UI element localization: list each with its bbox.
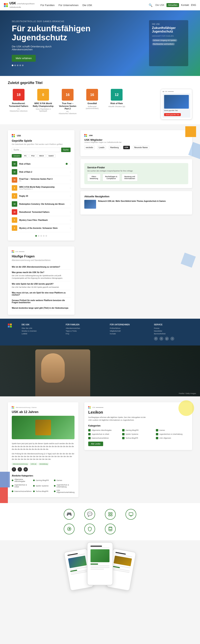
game-list-item-3[interactable]: 16 Final Fear – Verlorene Seelen Part 3 … xyxy=(12,176,71,184)
nav-kontakt[interactable]: Kontakt xyxy=(181,4,189,6)
cat-2[interactable]: Gaming Blog/PR xyxy=(33,478,52,482)
faq-item-2[interactable]: Was genau macht die USK für Sie? Die USK… xyxy=(12,270,71,281)
lcat-7[interactable]: Datenschutzverfahren xyxy=(88,437,121,439)
cat-5[interactable]: Spieler Systeme xyxy=(33,484,52,488)
page-1[interactable] xyxy=(35,235,37,237)
faq-item-6[interactable]: Warum kostenlos lange spiel gibt (Titel)… xyxy=(12,305,71,311)
game-list-item-4[interactable]: 0 WRC 8 FIA World Rally Championship Son… xyxy=(12,184,71,192)
cat-1[interactable]: Allgemeine Altersfreigabe xyxy=(12,478,32,482)
cat-4[interactable]: Jugendschutz & Arbeit xyxy=(12,484,32,488)
footer-link-4-2[interactable]: Newsletter xyxy=(154,330,192,332)
game-list-item-1[interactable]: 12 Risk of Rain › xyxy=(12,160,71,168)
footer-link-3-3[interactable]: Kontakt xyxy=(110,333,148,335)
footer-link-3-1[interactable]: Prüfverfahren xyxy=(110,327,148,329)
mobile-preview-btn[interactable]: Direkt geprüfte Titel xyxy=(164,113,181,116)
chat-icon[interactable]: 💬 xyxy=(84,509,95,520)
news-item-1[interactable]: Relaunch USK.de: Mehr Durchblick beim Th… xyxy=(84,200,188,209)
faq-item-1[interactable]: Wie ist die USK Alterskennzeichnung zu v… xyxy=(12,264,71,270)
lcat-5[interactable]: Spieler Systeme xyxy=(122,433,154,435)
nav-aktuelles[interactable]: Aktuelles xyxy=(166,3,179,7)
footer-link-1-1[interactable]: Über die USK xyxy=(22,327,60,329)
search-icon[interactable]: 🔍 xyxy=(149,3,152,7)
game-list-item-5[interactable]: 0 Rugby 20 › xyxy=(12,192,71,200)
cat-3[interactable]: Games xyxy=(54,478,75,482)
lcat-4[interactable]: Jugendschutz & Arbeit xyxy=(88,433,121,435)
page-3[interactable] xyxy=(40,235,42,237)
filter-switch[interactable]: Switch xyxy=(47,154,56,158)
search-input[interactable] xyxy=(12,148,60,152)
hero-dot-2[interactable] xyxy=(14,64,16,66)
footer-link-4-1[interactable]: Presse xyxy=(154,327,192,329)
hero-dot-4[interactable] xyxy=(20,64,21,66)
target-icon[interactable] xyxy=(105,509,116,520)
lexikon-more-button[interactable]: Alle Lexike xyxy=(88,442,103,446)
footer-link-1-2[interactable]: Struktur & Gremien xyxy=(22,330,60,332)
lcat-3[interactable]: Games xyxy=(156,429,188,432)
cat-8[interactable]: Techna Blog/PR xyxy=(33,489,52,493)
nav-usk[interactable]: Die USK xyxy=(82,4,92,7)
social-twitter[interactable]: t xyxy=(159,337,163,340)
coin-icon[interactable] xyxy=(64,524,75,534)
game-list-item-7[interactable]: 18 Remothered: Tormented Fathers › xyxy=(12,208,71,216)
logo[interactable]: USK UnterhaltungssoftwareSelbstkontrolle xyxy=(4,2,35,8)
page-2[interactable] xyxy=(38,235,39,237)
cat-7[interactable]: Datenschutzverfahren xyxy=(12,489,32,493)
filter-ps4[interactable]: PS4 xyxy=(30,154,36,158)
game-list-item-9[interactable]: 0 Mystery of the Ancients: Schwarzer Ste… xyxy=(12,224,71,232)
cat-6[interactable]: Jugendschutz & Unterhaltung xyxy=(54,484,75,488)
page-5[interactable] xyxy=(46,235,47,237)
nav-lexikon[interactable]: Die USK xyxy=(155,4,164,6)
article-tag-1[interactable]: Alterskennzeichnung xyxy=(12,463,29,465)
filter-pc[interactable]: PC xyxy=(23,154,29,158)
article-social-li[interactable]: in xyxy=(24,467,28,472)
faq-item-3[interactable]: Wie viele Spiele hat die USK bereits gep… xyxy=(12,281,71,290)
footer-link-2-1[interactable]: Alterskennzeichen xyxy=(66,327,104,329)
footer-link-3-2[interactable]: Mitgliedschaft xyxy=(110,330,148,332)
service-opt-3[interactable]: Beratung undInformationen xyxy=(122,174,138,181)
shield-icon[interactable] xyxy=(84,524,95,534)
footer-link-4-3[interactable]: Barrierefreiheit xyxy=(154,333,192,335)
service-opt-1[interactable]: Alters-bewertung xyxy=(87,174,101,181)
nav-unternehmen[interactable]: Für Unternehmen xyxy=(59,4,79,7)
hero-dot-3[interactable] xyxy=(17,64,19,66)
cat-9[interactable]: USK Allgemein/unterhaltung xyxy=(54,489,75,493)
footer-link-1-3[interactable]: Leitbild xyxy=(22,333,60,335)
lcat-1[interactable]: Allgemeine Altersfreigabe xyxy=(88,429,121,432)
game-list-item-6[interactable]: 12 Redemption Cemetery: Die Schönung der… xyxy=(12,200,71,208)
page-4[interactable] xyxy=(43,235,45,237)
hero-cta-button[interactable]: Mehr erfahren xyxy=(12,55,36,62)
game-card-3[interactable]: 16 True Fear – Verlorene Seelen Part 2 P… xyxy=(57,89,78,114)
filter-gesamt[interactable]: Gesamt xyxy=(12,154,22,158)
nav-familien[interactable]: Für Familien xyxy=(40,4,55,7)
article-social-tw[interactable]: t xyxy=(18,467,22,472)
lcat-8[interactable]: Techna Blog/PR xyxy=(122,437,154,439)
hero-dot-5[interactable] xyxy=(22,64,24,66)
article-tag-3[interactable]: Anmeldung xyxy=(39,463,49,465)
game-list-item-2[interactable]: 12 Risk of Rain 2 › xyxy=(12,168,71,176)
search-button[interactable]: Suche xyxy=(61,148,71,152)
filter-xbox[interactable]: XBOX xyxy=(37,154,46,158)
game-card-4[interactable]: 16 Greedfall Rollenspiel (actionorientie… xyxy=(81,89,103,109)
faq-item-5[interactable]: Genaue Prüfzeit für mehr weiterer Plattf… xyxy=(12,298,71,305)
mobile-icon[interactable] xyxy=(105,524,116,534)
game-card-2[interactable]: 0 WRC 8 FIA World Rally Championship Son… xyxy=(32,89,54,112)
game-card-5[interactable]: 12 Risk of Rain Aktuelle Shooters (tp) xyxy=(106,89,127,107)
nav-eng[interactable]: ENG xyxy=(191,4,196,6)
game-list-item-8[interactable]: 0 Mystery Case Files: Flashback › xyxy=(12,216,71,224)
lcat-2[interactable]: Gaming Blog/PR xyxy=(122,429,154,432)
social-youtube[interactable]: y xyxy=(165,337,169,340)
lcat-6[interactable]: Jugendschutz & Unterhaltung xyxy=(156,433,188,435)
social-facebook[interactable]: f xyxy=(154,337,158,340)
gamepad-icon[interactable]: 🎮 xyxy=(64,509,75,520)
hero-dot-1[interactable] xyxy=(12,64,13,66)
article-social-fb[interactable]: f xyxy=(12,467,16,472)
article-tag-2[interactable]: USK.de xyxy=(30,463,38,465)
service-opt-2[interactable]: Rechtsfragen &Compliance xyxy=(103,174,120,181)
footer-link-2-3[interactable]: FAQ xyxy=(66,333,104,335)
footer-link-2-2[interactable]: Tipps & Tricks xyxy=(66,330,104,332)
faq-item-4[interactable]: Was muss ich tun, um ein Spiel für eine … xyxy=(12,290,71,298)
game-card-1[interactable]: 18 Remothered: Tormented Fathers PC Klas… xyxy=(8,89,30,112)
monitor-icon[interactable] xyxy=(125,509,136,520)
social-instagram[interactable]: i xyxy=(170,337,174,340)
lcat-9[interactable]: USK Allgemein xyxy=(156,437,188,439)
